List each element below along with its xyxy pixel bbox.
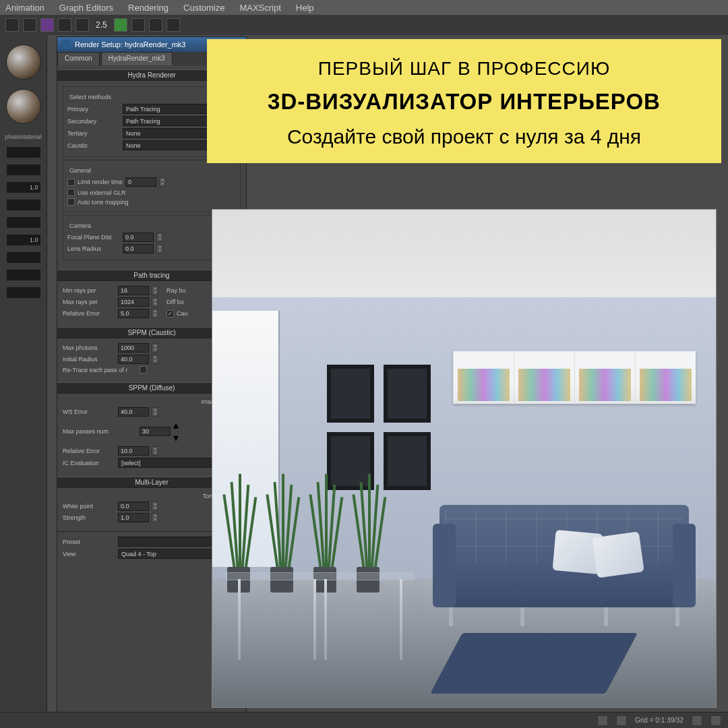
group-select-methods: Select methods	[67, 94, 113, 100]
viewport-render[interactable]	[212, 209, 717, 708]
swatch-value: 1.0	[30, 237, 38, 243]
tab-common[interactable]: Common	[57, 52, 100, 65]
spinner-buttons[interactable]: ▴▾	[152, 407, 158, 417]
scene-frames	[327, 365, 431, 490]
menu-graph-editors[interactable]: Graph Editors	[59, 3, 113, 13]
material-preview-sphere[interactable]	[6, 89, 41, 124]
menu-help[interactable]: Help	[296, 3, 314, 13]
spinner-buttons[interactable]: ▴▾	[152, 286, 158, 295]
spinner-buttons[interactable]: ▴▾	[152, 343, 158, 353]
group-camera: Camera	[67, 222, 93, 229]
label-init-radius: Initial Radius	[63, 356, 115, 363]
spinner-buttons[interactable]: ▴▾	[152, 355, 158, 364]
label-max-photons: Max photons	[63, 344, 115, 351]
spinner-buttons[interactable]: ▴▾	[152, 446, 158, 456]
value-swatch[interactable]	[7, 270, 40, 280]
spinner-max-passes[interactable]: 30	[140, 427, 171, 436]
tool-icon[interactable]	[149, 18, 162, 32]
value-swatch[interactable]	[7, 164, 40, 175]
tab-hydra[interactable]: HydraRender_mk3	[101, 52, 173, 65]
spinner-limit-render[interactable]: 0	[125, 177, 156, 187]
spinner-buttons[interactable]: ▴▾	[152, 309, 158, 318]
status-icon[interactable]	[692, 715, 702, 726]
spinner-max-photons[interactable]: 1000	[118, 343, 149, 353]
spinner-buttons[interactable]: ▴▾	[159, 177, 166, 187]
spinner-ws-error[interactable]: 40.0	[118, 407, 149, 417]
promo-banner: ПЕРВЫЙ ШАГ В ПРОФЕССИЮ 3D-ВИЗУАЛИЗАТОР И…	[207, 39, 721, 163]
value-swatch[interactable]: 1.0	[7, 182, 40, 193]
spinner-white-point[interactable]: 0.0	[118, 502, 149, 511]
value-swatch[interactable]	[7, 200, 40, 210]
label-min-rays: Min rays per	[63, 287, 115, 294]
material-panel: phateMaterial 1.0 1.0	[0, 35, 47, 716]
status-icon[interactable]	[710, 715, 721, 726]
status-icon[interactable]	[597, 715, 608, 726]
label-max-passes: Max passes num	[63, 428, 137, 435]
chk-caustic-enable[interactable]	[166, 310, 174, 317]
scene-shelf	[453, 351, 696, 404]
value-swatch[interactable]	[7, 287, 40, 298]
menu-animation[interactable]: Animation	[5, 3, 44, 13]
chk-external-glr[interactable]	[67, 189, 75, 196]
menu-rendering[interactable]: Rendering	[128, 3, 169, 13]
spinner-rel-error2[interactable]: 10.0	[118, 446, 149, 456]
spinner-strength[interactable]: 1.0	[118, 513, 149, 522]
promo-title: 3D-ВИЗУАЛИЗАТОР ИНТЕРЬЕРОВ	[223, 89, 705, 115]
spinner-buttons[interactable]: ▴▾	[152, 513, 158, 522]
window-title: Render Setup: hydraRender_mk3	[75, 40, 185, 49]
chk-limit-render[interactable]	[67, 179, 75, 186]
label-focal: Focal Plane Dist	[67, 234, 120, 241]
label-tertiary: Tertiary	[67, 130, 120, 137]
label-diff-bo: Diff bo	[166, 299, 184, 305]
value-swatch[interactable]	[7, 217, 40, 228]
label-white-point: White point	[63, 503, 115, 510]
chk-external-glr-label: Use external GLR	[78, 189, 126, 196]
menu-customize[interactable]: Customize	[183, 3, 224, 13]
group-general: General	[67, 167, 93, 174]
material-preview-sphere[interactable]	[6, 44, 41, 80]
tool-icon[interactable]	[75, 18, 89, 32]
status-icon[interactable]	[616, 715, 627, 726]
spinner-buttons[interactable]: ▴▾	[156, 244, 163, 253]
tool-icon[interactable]	[5, 18, 19, 32]
chk-auto-tone-label: Auto tone mapping	[78, 199, 129, 206]
spinner-buttons[interactable]: ▴▾	[173, 419, 179, 444]
spinner-lens[interactable]: 0.0	[123, 244, 154, 253]
spinner-buttons[interactable]: ▴▾	[152, 297, 158, 307]
label-max-rays: Max rays per	[63, 299, 115, 305]
tool-icon[interactable]	[114, 18, 127, 32]
spinner-min-rays[interactable]: 16	[118, 286, 149, 295]
label-ray-bo: Ray bo	[166, 287, 186, 294]
spinner-rel-error[interactable]: 5.0	[118, 309, 149, 318]
label-primary: Primary	[67, 106, 120, 113]
spinner-buttons[interactable]: ▴▾	[156, 233, 163, 242]
tool-icon[interactable]	[23, 18, 36, 32]
label-ic-eval: IC Evaluation	[63, 460, 115, 466]
chk-auto-tone[interactable]	[67, 198, 75, 206]
tool-icon[interactable]	[58, 18, 71, 32]
chk-retrace[interactable]	[140, 366, 147, 373]
tool-icon[interactable]	[166, 18, 180, 32]
main-menu: Animation Graph Editors Rendering Custom…	[0, 0, 728, 15]
value-swatch[interactable]: 1.0	[7, 235, 40, 245]
label-secondary: Secondary	[67, 118, 120, 125]
label-retrace: Re-Trace each pass of r	[63, 367, 137, 373]
label-ws-error: WS Error	[63, 408, 115, 415]
spinner-max-rays[interactable]: 1024	[118, 297, 149, 307]
spinner-focal[interactable]: 0.0	[123, 233, 154, 242]
spinner-init-radius[interactable]: 40.0	[118, 355, 149, 364]
toolbar-value: 2.5	[96, 20, 107, 30]
tool-icon[interactable]	[131, 18, 145, 32]
label-lens: Lens Radius	[67, 245, 120, 252]
value-swatch[interactable]	[7, 147, 40, 158]
status-bar: Grid = 0:1:39/32	[0, 712, 728, 728]
spinner-buttons[interactable]: ▴▾	[152, 502, 158, 511]
tool-icon[interactable]	[40, 18, 54, 32]
scene-ceiling	[212, 210, 716, 297]
value-swatch[interactable]	[7, 252, 40, 263]
label-strength: Strength	[63, 514, 115, 521]
scene-pillow	[592, 531, 644, 578]
promo-text: Создайте свой проект с нуля за 4 дня	[223, 124, 705, 150]
menu-maxscript[interactable]: MAXScript	[239, 3, 280, 13]
label-rel-error2: Relative Error	[63, 448, 115, 454]
